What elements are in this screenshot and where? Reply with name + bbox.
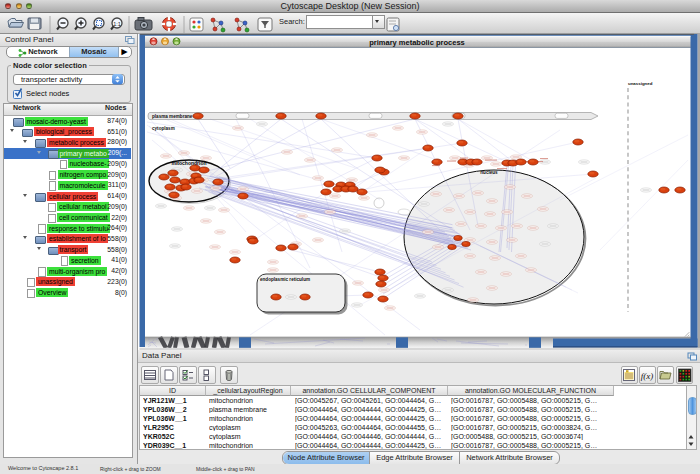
svg-text:nucleus: nucleus	[480, 170, 498, 175]
svg-text:unassigned: unassigned	[628, 81, 653, 86]
svg-text:f(x): f(x)	[641, 371, 654, 381]
svg-text:mitochondrion: mitochondrion	[172, 160, 207, 166]
svg-text:1:1: 1:1	[113, 21, 121, 27]
svg-text:cytoplasm: cytoplasm	[152, 126, 175, 131]
svg-text:plasma membrane: plasma membrane	[152, 114, 193, 119]
svg-text:primary metabolic process: primary metabolic process	[369, 38, 464, 47]
svg-text:endoplasmic reticulum: endoplasmic reticulum	[260, 277, 310, 282]
